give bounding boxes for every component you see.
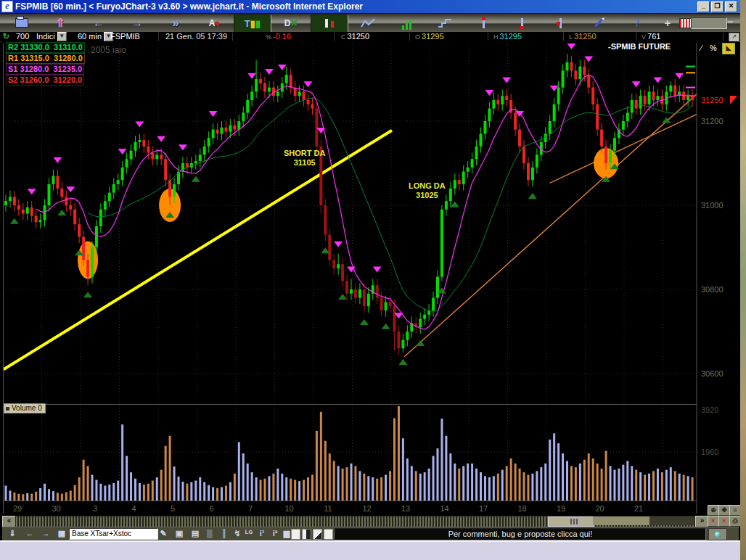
volume-bar <box>13 493 15 501</box>
image-tool-button[interactable]: ▣ <box>172 528 186 539</box>
candlestick <box>648 91 651 104</box>
scrollbar-thumb[interactable] <box>548 516 594 527</box>
page-forward-button[interactable]: → <box>38 528 53 539</box>
column-view-button[interactable]: ║ <box>217 528 231 539</box>
upload-button[interactable]: ⇑ <box>44 15 77 31</box>
layout-box-2[interactable] <box>302 529 311 540</box>
marker-bottom-pin-button[interactable] <box>505 15 538 31</box>
market-select[interactable]: Indici▼ <box>36 32 67 41</box>
axis-label: 30 <box>52 504 60 513</box>
buy-signal-icon <box>338 294 347 300</box>
line-view-button[interactable] <box>351 15 385 31</box>
draw-tool-button[interactable]: D✕ <box>274 15 308 31</box>
snapshot-button[interactable]: ◣ <box>722 43 735 54</box>
volume-bar <box>160 470 163 501</box>
current-price-flag <box>730 96 737 104</box>
template-combo[interactable]: Base XTsar+Xstoc <box>69 528 158 540</box>
scrollbar-track[interactable] <box>15 516 696 527</box>
axis-label: 21 <box>634 504 643 513</box>
zoom-out-button[interactable]: − <box>727 16 733 28</box>
timeframe-select[interactable]: 60 min▼ <box>78 32 113 41</box>
volume-pane-label[interactable]: Volume 0 <box>4 403 46 413</box>
nav-end-button[interactable]: » <box>159 15 192 31</box>
nav-forward-button[interactable]: → <box>120 15 154 31</box>
export-button[interactable]: ⇓ <box>5 528 20 539</box>
layout-box-3[interactable] <box>313 529 322 540</box>
grid-toggle-button[interactable]: ▦ <box>54 528 69 539</box>
text-indicator-icon: T▮▮ <box>245 18 261 29</box>
marker-top-pin-button[interactable] <box>467 15 500 31</box>
log-scale-button[interactable]: ᴸᴳ <box>242 528 256 539</box>
candlestick <box>367 294 370 306</box>
yellow-support <box>4 131 392 369</box>
volume-bar <box>17 494 20 501</box>
folder-icon <box>15 18 28 28</box>
dropdown-arrow-icon[interactable]: ▼ <box>57 32 67 41</box>
window-bottom-edge <box>0 540 740 560</box>
print-preview-button[interactable]: ▤ <box>188 528 202 539</box>
candlestick <box>566 62 569 71</box>
delete-drawing-button[interactable]: × <box>708 516 719 527</box>
minimize-button[interactable]: _ <box>697 1 710 12</box>
volume-bar <box>363 474 365 501</box>
candlestick <box>134 142 137 151</box>
low-field: L31250 <box>569 32 597 41</box>
dot-grid-button[interactable]: ▒ <box>202 528 217 539</box>
help-button[interactable]: ? <box>620 15 654 31</box>
volume-bar <box>553 433 555 501</box>
histogram-view-button[interactable] <box>390 15 423 31</box>
palette-button[interactable]: ▆ <box>279 528 294 539</box>
autoscale-button[interactable]: A▾ <box>197 15 231 31</box>
indicator-tool-button[interactable]: T▮▮ <box>234 15 271 33</box>
candlestick-view-button[interactable] <box>311 15 348 33</box>
pan-tool-button[interactable]: ✥ <box>718 505 730 516</box>
candlestick <box>613 138 616 150</box>
open-chart-button[interactable] <box>5 15 38 31</box>
volume-bar <box>221 487 223 501</box>
axis-label: 14 <box>440 504 448 513</box>
restore-button[interactable]: ❐ <box>711 1 724 12</box>
scroll-left-button[interactable]: « <box>2 516 16 527</box>
status-message[interactable]: Per commenti, bug e proposte clicca qui! <box>335 528 706 540</box>
line-tool-icon[interactable]: ∕ <box>700 43 702 53</box>
volume-bar <box>419 474 422 501</box>
print-button[interactable]: ⎙ <box>729 516 741 527</box>
candlestick <box>56 176 59 188</box>
marker-mid-pin-button[interactable] <box>544 15 577 31</box>
field-separator <box>232 33 233 41</box>
field-separator <box>563 33 564 41</box>
title-bar[interactable]: e FSPMIB [60 min.] < FuryoJChart-3 v3.60… <box>0 0 740 13</box>
close-button[interactable]: ✕ <box>725 1 737 12</box>
volume-bar <box>126 456 128 501</box>
datetime-field: 21 Gen. 05 17:39 <box>165 32 227 41</box>
volume-bar <box>26 493 28 501</box>
pointer-tool-button[interactable]: ✎ <box>156 528 171 539</box>
volume-bar <box>247 464 249 501</box>
pin-bottom-icon <box>521 18 523 28</box>
nav-back-button[interactable]: ← <box>82 15 115 31</box>
change-field: %-0.16 <box>266 32 291 41</box>
field-value: 31295 <box>422 32 444 41</box>
volume-bar <box>467 464 469 501</box>
field-value: 31295 <box>500 32 522 41</box>
candlestick <box>112 184 115 193</box>
open-field: O31295 <box>415 32 444 41</box>
zoom-tool-button[interactable]: ⊕ <box>708 505 719 516</box>
step-view-button[interactable] <box>428 15 462 31</box>
info-one-button[interactable]: i¹ <box>255 528 269 539</box>
volume-bar <box>540 467 542 501</box>
refresh-icon[interactable]: ↻ <box>3 32 9 41</box>
percent-tool-icon[interactable]: % <box>710 43 717 53</box>
layout-box-4[interactable] <box>324 529 333 540</box>
volume-bar <box>52 491 54 501</box>
pen-tool-button[interactable] <box>582 15 615 31</box>
page-back-button[interactable]: ← <box>22 528 37 539</box>
axis-label: 29 <box>13 504 22 513</box>
candlestick <box>303 91 306 100</box>
volume-bar <box>683 475 685 501</box>
menu-button[interactable]: ≡ <box>729 505 741 516</box>
connection-indicator[interactable] <box>708 528 727 540</box>
delete-all-button[interactable]: × <box>718 516 730 527</box>
volume-bar <box>497 474 499 501</box>
long-annotation: LONG DA31025 <box>409 181 446 200</box>
